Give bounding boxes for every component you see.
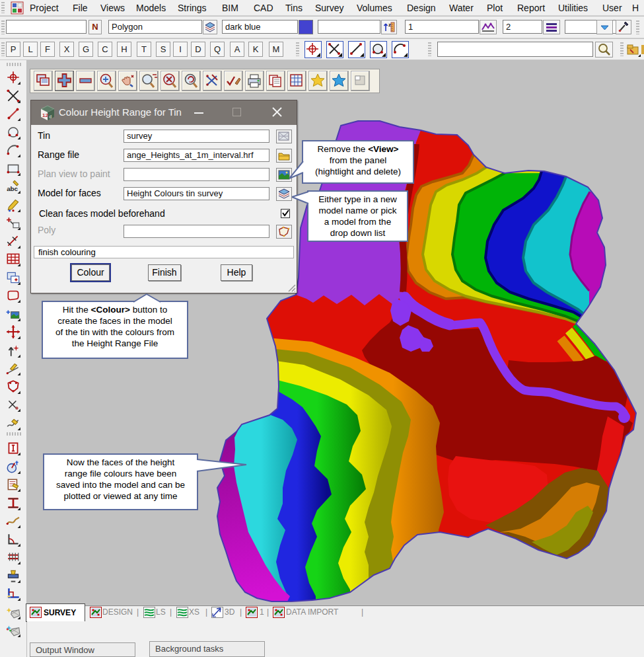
- svg-text:12: 12: [42, 112, 48, 118]
- svg-text:d: d: [50, 114, 52, 119]
- svg-text:z: z: [388, 22, 391, 28]
